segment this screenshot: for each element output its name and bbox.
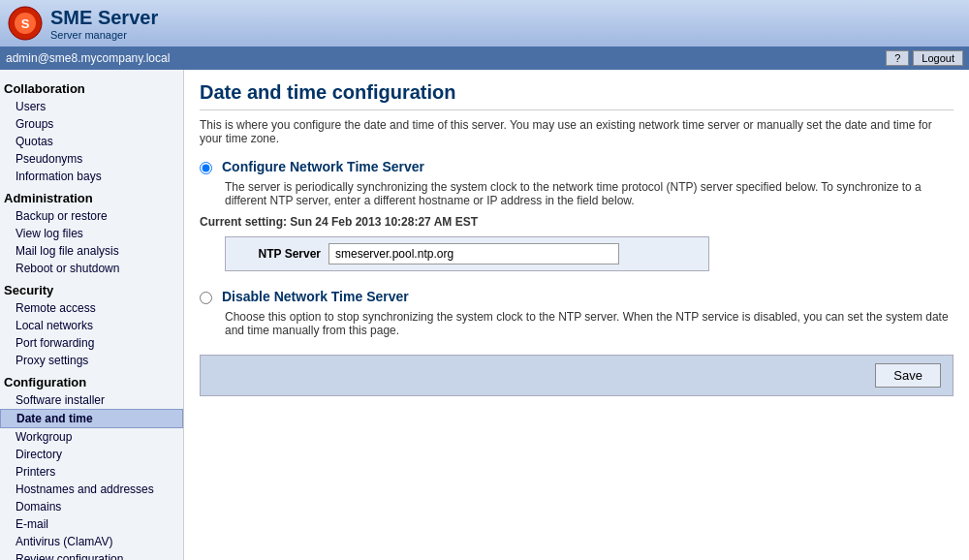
sidebar-item-pseudonyms[interactable]: Pseudonyms bbox=[0, 150, 183, 168]
current-setting: Current setting: Sun 24 Feb 2013 10:28:2… bbox=[200, 215, 953, 229]
sidebar-item-directory[interactable]: Directory bbox=[0, 446, 183, 463]
sidebar-item-proxy-settings[interactable]: Proxy settings bbox=[0, 352, 183, 369]
logout-button[interactable]: Logout bbox=[913, 50, 963, 66]
sidebar-item-software-installer[interactable]: Software installer bbox=[0, 391, 183, 409]
sidebar-item-groups[interactable]: Groups bbox=[0, 115, 183, 133]
current-setting-label: Current setting: bbox=[200, 215, 287, 229]
sidebar-item-reboot-or-shutdown[interactable]: Reboot or shutdown bbox=[0, 260, 183, 277]
option-ntp-row: Configure Network Time Server bbox=[200, 159, 953, 174]
logo-text: SME Server Server manager bbox=[50, 7, 158, 41]
logo-icon: S bbox=[8, 6, 43, 41]
ntp-field-row: NTP Server bbox=[225, 236, 709, 271]
svg-text:S: S bbox=[21, 16, 30, 31]
current-setting-value: Sun 24 Feb 2013 10:28:27 AM EST bbox=[290, 215, 478, 229]
sidebar-item-view-log-files[interactable]: View log files bbox=[0, 225, 183, 242]
save-area: Save bbox=[200, 355, 953, 396]
sidebar-item-users[interactable]: Users bbox=[0, 98, 183, 115]
sidebar-section-title: Configuration bbox=[0, 369, 183, 391]
sidebar-section-title: Administration bbox=[0, 185, 183, 207]
option-disable-label: Disable Network Time Server bbox=[222, 289, 409, 304]
sidebar-item-backup-or-restore[interactable]: Backup or restore bbox=[0, 207, 183, 225]
page-title: Date and time configuration bbox=[200, 81, 953, 110]
sidebar-item-e-mail[interactable]: E-mail bbox=[0, 515, 183, 533]
ntp-field-input[interactable] bbox=[328, 243, 619, 264]
sidebar-item-date-and-time[interactable]: Date and time bbox=[0, 409, 183, 428]
option-disable-radio[interactable] bbox=[200, 292, 212, 304]
app-title: SME Server bbox=[50, 7, 158, 29]
ntp-field-label: NTP Server bbox=[234, 247, 321, 261]
sidebar-item-hostnames-and-addresses[interactable]: Hostnames and addresses bbox=[0, 481, 183, 498]
page-description: This is where you configure the date and… bbox=[200, 118, 953, 145]
sidebar-item-information-bays[interactable]: Information bays bbox=[0, 168, 183, 185]
logo-area: S SME Server Server manager bbox=[8, 6, 158, 41]
sidebar-item-antivirus-(clamav)[interactable]: Antivirus (ClamAV) bbox=[0, 533, 183, 550]
option-ntp-description: The server is periodically synchronizing… bbox=[225, 180, 953, 207]
sidebar-item-local-networks[interactable]: Local networks bbox=[0, 317, 183, 334]
sidebar-item-mail-log-file-analysis[interactable]: Mail log file analysis bbox=[0, 242, 183, 260]
content-area: Date and time configuration This is wher… bbox=[184, 70, 969, 560]
sidebar-item-domains[interactable]: Domains bbox=[0, 498, 183, 515]
topbar-user: admin@sme8.mycompany.local bbox=[6, 51, 170, 65]
option-disable-description: Choose this option to stop synchronizing… bbox=[225, 310, 953, 337]
option-ntp-radio[interactable] bbox=[200, 162, 212, 174]
sidebar-item-review-configuration[interactable]: Review configuration bbox=[0, 550, 183, 560]
option-ntp-label: Configure Network Time Server bbox=[222, 159, 424, 174]
topbar-actions: ? Logout bbox=[886, 50, 963, 66]
topbar: admin@sme8.mycompany.local ? Logout bbox=[0, 47, 969, 70]
option-disable-row: Disable Network Time Server bbox=[200, 289, 953, 304]
header: S SME Server Server manager bbox=[0, 0, 969, 47]
sidebar-item-quotas[interactable]: Quotas bbox=[0, 133, 183, 150]
option-ntp-block: Configure Network Time Server The server… bbox=[200, 159, 953, 271]
sidebar-item-port-forwarding[interactable]: Port forwarding bbox=[0, 334, 183, 352]
app-subtitle: Server manager bbox=[50, 29, 158, 41]
help-button[interactable]: ? bbox=[886, 50, 909, 66]
main-layout: CollaborationUsersGroupsQuotasPseudonyms… bbox=[0, 70, 969, 560]
option-disable-block: Disable Network Time Server Choose this … bbox=[200, 289, 953, 337]
sidebar-item-workgroup[interactable]: Workgroup bbox=[0, 428, 183, 446]
save-button[interactable]: Save bbox=[875, 363, 941, 388]
sidebar-section-title: Collaboration bbox=[0, 76, 183, 98]
sidebar-item-remote-access[interactable]: Remote access bbox=[0, 299, 183, 317]
sidebar-item-printers[interactable]: Printers bbox=[0, 463, 183, 481]
sidebar: CollaborationUsersGroupsQuotasPseudonyms… bbox=[0, 70, 184, 560]
sidebar-section-title: Security bbox=[0, 277, 183, 299]
